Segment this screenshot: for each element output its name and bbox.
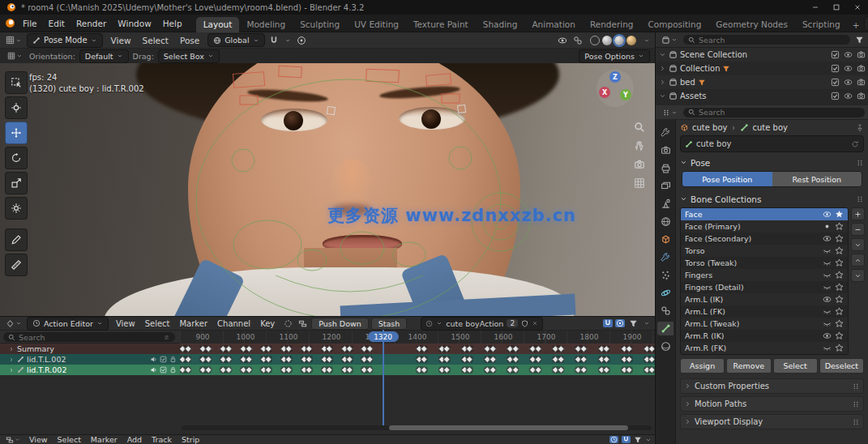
snapping-magnet-icon[interactable] [267,35,280,46]
keyframe[interactable] [507,345,519,352]
scrollbar-thumb[interactable] [389,425,628,430]
workspace-tab-modeling[interactable]: Modeling [239,17,293,32]
menu-marker[interactable]: Marker [86,435,122,444]
select-button[interactable]: Select [773,358,818,374]
editor-type-button[interactable] [659,35,680,45]
bone-collection-row[interactable]: Face (Secondary) [681,233,848,245]
menu-window[interactable]: Window [112,17,156,30]
prop-tab-constraints[interactable] [657,304,673,318]
action-datablock[interactable]: cute boyAction 2 [421,317,543,331]
menu-channel[interactable]: Channel [212,318,255,329]
editor-type-button[interactable] [3,35,24,45]
outliner-row[interactable]: Scene Collection [656,48,868,62]
keyframe[interactable] [260,356,272,363]
outliner-item-label[interactable]: Collection [680,64,720,73]
move-view-hand-icon[interactable] [634,140,645,152]
drag-handle-icon[interactable] [856,159,864,167]
keyframe[interactable] [220,356,232,363]
push-down-button[interactable]: Push Down [311,318,369,330]
browse-action-icon[interactable] [436,320,443,327]
properties-search-input[interactable] [699,108,860,117]
bone-collection-row[interactable]: Face [681,208,848,220]
solo-star-toggle[interactable] [835,222,844,231]
keyframe[interactable] [644,366,655,374]
prop-tab-object[interactable] [657,233,673,246]
drag-handle-icon[interactable] [856,195,864,203]
keyframe[interactable] [361,345,373,352]
keyframe[interactable] [199,356,212,363]
menu-select[interactable]: Select [137,34,174,47]
keyframe[interactable] [621,366,633,374]
stash-button[interactable]: Stash [371,318,408,330]
prop-tab-view-layer[interactable] [657,179,673,193]
keyframe[interactable] [552,366,564,374]
visibility-eye-toggle[interactable] [823,210,832,219]
assign-button[interactable]: Assign [680,358,725,374]
unlink-action-icon[interactable] [532,320,538,327]
scene-selector[interactable]: Scene [864,16,868,31]
shading-dropdown-icon[interactable] [642,36,652,45]
workspace-tab-compositing[interactable]: Compositing [641,17,709,32]
menu-track[interactable]: Track [147,435,177,444]
drag-handle-icon[interactable] [852,382,860,391]
visibility-eye-toggle[interactable] [823,331,832,340]
add-collection-button[interactable] [851,207,865,220]
keyframe[interactable] [280,356,293,363]
keyframe[interactable] [484,356,496,363]
move-collection-up-button[interactable] [851,254,865,267]
auto-snap-toggle-icon[interactable] [603,319,613,327]
mode-selector[interactable]: Pose Mode [27,33,103,48]
move-collection-down-button[interactable] [851,269,865,282]
keyframe[interactable] [321,356,333,363]
tool-move[interactable] [5,122,28,144]
channel-row-lid-t-r-002[interactable]: lid.T.R.002 [0,365,655,375]
menu-view[interactable]: View [111,318,140,329]
refresh-icon[interactable] [851,140,859,148]
checkbox-toggle[interactable] [831,78,840,87]
keyframe[interactable] [260,366,272,374]
tool-rotate[interactable] [5,147,28,169]
keyframe[interactable] [220,345,232,352]
lock-toggle-icon[interactable] [169,366,177,374]
action-name[interactable]: cute boyAction [446,319,503,328]
keyframe[interactable] [180,366,191,374]
camera-toggle[interactable] [857,64,866,73]
remove-button[interactable]: Remove [726,358,771,374]
workspace-tab-rendering[interactable]: Rendering [583,17,641,32]
menu-select[interactable]: Select [53,435,86,444]
deselect-button[interactable]: Deselect [819,358,864,374]
prop-tab-modifiers[interactable] [657,250,673,264]
nla-snap-toggle-icon[interactable] [622,436,631,443]
bone-collection-row[interactable]: Arm.L (Tweak) [681,318,848,330]
keyframe[interactable] [621,345,633,352]
lock-toggle-icon[interactable] [169,356,177,363]
breadcrumb-item[interactable]: cute boy [752,123,787,132]
menu-render[interactable]: Render [71,17,112,30]
eye-toggle[interactable] [844,78,853,87]
keyframe[interactable] [644,356,655,363]
keyframe[interactable] [199,345,212,352]
close-button[interactable] [853,3,862,11]
maximize-button[interactable] [832,3,840,11]
workspace-tab-sculpting[interactable]: Sculpting [293,17,347,32]
bone-collection-row[interactable]: Arm.R (FK) [681,342,848,354]
solo-star-toggle[interactable] [835,234,844,243]
editor-type-button[interactable] [3,318,24,329]
3d-viewport[interactable]: fps: 24 (1320) cute boy : lid.T.R.002 更多… [0,63,655,316]
visibility-eye-toggle[interactable] [823,246,832,255]
expand-icon[interactable] [8,346,15,352]
keyframe[interactable] [361,366,373,374]
keyframe[interactable] [529,366,541,374]
prop-tab-particles[interactable] [657,268,673,282]
keyframe[interactable] [507,366,519,374]
menu-add[interactable]: Add [122,435,147,444]
bone-collection-row[interactable]: Face (Primary) [681,220,848,233]
outliner-row[interactable]: bed [656,75,868,89]
camera-toggle[interactable] [857,50,866,59]
keyframe[interactable] [240,345,252,352]
prop-tab-material[interactable] [657,339,673,353]
prop-tab-render[interactable] [657,143,673,157]
prop-tab-physics[interactable] [657,286,673,300]
keyframe[interactable] [341,345,353,352]
bone-collections-panel-header[interactable]: Bone Collections [680,192,864,206]
